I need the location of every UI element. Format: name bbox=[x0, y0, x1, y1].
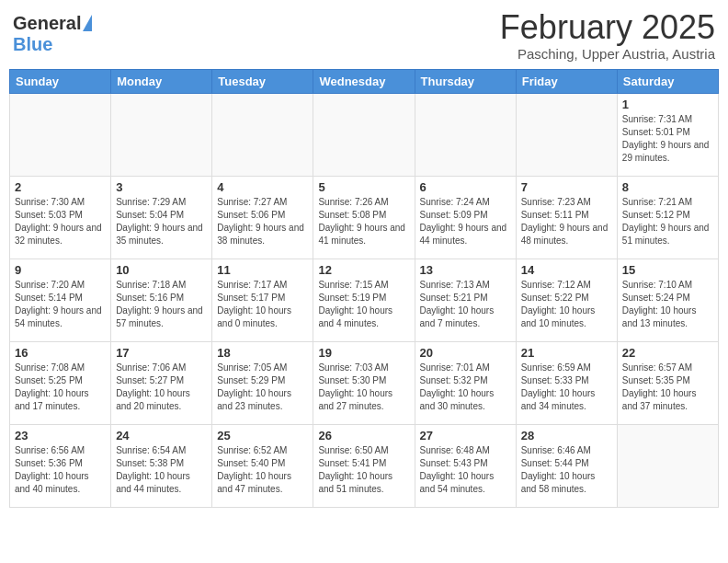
day-info: Sunrise: 6:56 AM Sunset: 5:36 PM Dayligh… bbox=[15, 444, 106, 496]
day-number: 10 bbox=[116, 263, 207, 277]
day-number: 26 bbox=[318, 429, 409, 442]
day-info: Sunrise: 7:21 AM Sunset: 5:12 PM Dayligh… bbox=[622, 196, 713, 247]
calendar-day-cell: 8Sunrise: 7:21 AM Sunset: 5:12 PM Daylig… bbox=[617, 176, 718, 259]
logo: General Blue bbox=[13, 9, 92, 55]
day-info: Sunrise: 7:31 AM Sunset: 5:01 PM Dayligh… bbox=[622, 113, 713, 165]
logo-blue-text: Blue bbox=[13, 34, 52, 55]
calendar-day-cell bbox=[415, 93, 516, 176]
calendar-day-cell: 16Sunrise: 7:08 AM Sunset: 5:25 PM Dayli… bbox=[10, 341, 111, 424]
calendar-day-cell bbox=[212, 93, 313, 176]
day-info: Sunrise: 7:29 AM Sunset: 5:04 PM Dayligh… bbox=[116, 196, 207, 247]
calendar-day-cell: 5Sunrise: 7:26 AM Sunset: 5:08 PM Daylig… bbox=[313, 176, 415, 259]
day-info: Sunrise: 7:17 AM Sunset: 5:17 PM Dayligh… bbox=[217, 279, 308, 330]
calendar-day-cell: 10Sunrise: 7:18 AM Sunset: 5:16 PM Dayli… bbox=[111, 259, 212, 341]
title-block: February 2025 Pasching, Upper Austria, A… bbox=[500, 9, 715, 62]
day-number: 1 bbox=[622, 98, 713, 111]
page-header: General Blue February 2025 Pasching, Upp… bbox=[9, 9, 719, 62]
weekday-header: Thursday bbox=[415, 69, 516, 93]
day-number: 6 bbox=[420, 180, 511, 194]
calendar-day-cell: 15Sunrise: 7:10 AM Sunset: 5:24 PM Dayli… bbox=[617, 259, 718, 341]
day-info: Sunrise: 6:57 AM Sunset: 5:35 PM Dayligh… bbox=[622, 362, 713, 413]
day-info: Sunrise: 6:54 AM Sunset: 5:38 PM Dayligh… bbox=[116, 444, 207, 496]
calendar-day-cell bbox=[10, 93, 111, 176]
day-number: 5 bbox=[318, 180, 409, 194]
day-info: Sunrise: 7:03 AM Sunset: 5:30 PM Dayligh… bbox=[318, 362, 409, 413]
calendar-week-row: 1Sunrise: 7:31 AM Sunset: 5:01 PM Daylig… bbox=[10, 93, 719, 176]
calendar-day-cell: 28Sunrise: 6:46 AM Sunset: 5:44 PM Dayli… bbox=[516, 424, 617, 507]
calendar-day-cell: 2Sunrise: 7:30 AM Sunset: 5:03 PM Daylig… bbox=[10, 176, 111, 259]
calendar-day-cell: 17Sunrise: 7:06 AM Sunset: 5:27 PM Dayli… bbox=[111, 341, 212, 424]
day-info: Sunrise: 7:12 AM Sunset: 5:22 PM Dayligh… bbox=[521, 279, 612, 330]
calendar-table: SundayMondayTuesdayWednesdayThursdayFrid… bbox=[9, 69, 719, 508]
day-number: 7 bbox=[521, 180, 612, 194]
day-number: 20 bbox=[420, 346, 511, 360]
calendar-day-cell bbox=[111, 93, 212, 176]
day-info: Sunrise: 6:52 AM Sunset: 5:40 PM Dayligh… bbox=[217, 444, 308, 496]
day-info: Sunrise: 7:18 AM Sunset: 5:16 PM Dayligh… bbox=[116, 279, 207, 330]
day-info: Sunrise: 7:23 AM Sunset: 5:11 PM Dayligh… bbox=[521, 196, 612, 247]
day-number: 4 bbox=[217, 180, 308, 194]
day-info: Sunrise: 6:46 AM Sunset: 5:44 PM Dayligh… bbox=[521, 444, 612, 496]
day-info: Sunrise: 7:24 AM Sunset: 5:09 PM Dayligh… bbox=[420, 196, 511, 247]
day-number: 23 bbox=[15, 429, 106, 442]
weekday-header: Monday bbox=[111, 69, 212, 93]
calendar-header-row: SundayMondayTuesdayWednesdayThursdayFrid… bbox=[10, 69, 719, 93]
day-info: Sunrise: 7:26 AM Sunset: 5:08 PM Dayligh… bbox=[318, 196, 409, 247]
month-title: February 2025 bbox=[500, 9, 715, 46]
logo-general-text: General bbox=[13, 13, 81, 34]
calendar-week-row: 2Sunrise: 7:30 AM Sunset: 5:03 PM Daylig… bbox=[10, 176, 719, 259]
calendar-day-cell: 6Sunrise: 7:24 AM Sunset: 5:09 PM Daylig… bbox=[415, 176, 516, 259]
day-number: 9 bbox=[15, 263, 106, 277]
calendar-day-cell: 4Sunrise: 7:27 AM Sunset: 5:06 PM Daylig… bbox=[212, 176, 313, 259]
calendar-day-cell: 3Sunrise: 7:29 AM Sunset: 5:04 PM Daylig… bbox=[111, 176, 212, 259]
calendar-day-cell: 14Sunrise: 7:12 AM Sunset: 5:22 PM Dayli… bbox=[516, 259, 617, 341]
calendar-week-row: 23Sunrise: 6:56 AM Sunset: 5:36 PM Dayli… bbox=[10, 424, 719, 507]
day-number: 14 bbox=[521, 263, 612, 277]
calendar-day-cell: 13Sunrise: 7:13 AM Sunset: 5:21 PM Dayli… bbox=[415, 259, 516, 341]
calendar-day-cell: 12Sunrise: 7:15 AM Sunset: 5:19 PM Dayli… bbox=[313, 259, 415, 341]
day-info: Sunrise: 7:15 AM Sunset: 5:19 PM Dayligh… bbox=[318, 279, 409, 330]
calendar-day-cell: 20Sunrise: 7:01 AM Sunset: 5:32 PM Dayli… bbox=[415, 341, 516, 424]
calendar-day-cell: 9Sunrise: 7:20 AM Sunset: 5:14 PM Daylig… bbox=[10, 259, 111, 341]
day-number: 19 bbox=[318, 346, 409, 360]
day-number: 28 bbox=[521, 429, 612, 442]
calendar-day-cell: 7Sunrise: 7:23 AM Sunset: 5:11 PM Daylig… bbox=[516, 176, 617, 259]
day-info: Sunrise: 7:20 AM Sunset: 5:14 PM Dayligh… bbox=[15, 279, 106, 330]
location: Pasching, Upper Austria, Austria bbox=[500, 46, 715, 62]
day-number: 13 bbox=[420, 263, 511, 277]
calendar-day-cell: 27Sunrise: 6:48 AM Sunset: 5:43 PM Dayli… bbox=[415, 424, 516, 507]
weekday-header: Wednesday bbox=[313, 69, 415, 93]
day-number: 27 bbox=[420, 429, 511, 442]
weekday-header: Saturday bbox=[617, 69, 718, 93]
calendar-day-cell: 19Sunrise: 7:03 AM Sunset: 5:30 PM Dayli… bbox=[313, 341, 415, 424]
calendar-day-cell: 21Sunrise: 6:59 AM Sunset: 5:33 PM Dayli… bbox=[516, 341, 617, 424]
day-info: Sunrise: 7:13 AM Sunset: 5:21 PM Dayligh… bbox=[420, 279, 511, 330]
weekday-header: Friday bbox=[516, 69, 617, 93]
calendar-day-cell bbox=[313, 93, 415, 176]
day-info: Sunrise: 6:48 AM Sunset: 5:43 PM Dayligh… bbox=[420, 444, 511, 496]
calendar-week-row: 16Sunrise: 7:08 AM Sunset: 5:25 PM Dayli… bbox=[10, 341, 719, 424]
calendar-day-cell: 26Sunrise: 6:50 AM Sunset: 5:41 PM Dayli… bbox=[313, 424, 415, 507]
day-info: Sunrise: 6:50 AM Sunset: 5:41 PM Dayligh… bbox=[318, 444, 409, 496]
day-number: 18 bbox=[217, 346, 308, 360]
day-number: 16 bbox=[15, 346, 106, 360]
day-number: 17 bbox=[116, 346, 207, 360]
day-number: 2 bbox=[15, 180, 106, 194]
weekday-header: Sunday bbox=[10, 69, 111, 93]
weekday-header: Tuesday bbox=[212, 69, 313, 93]
calendar-day-cell: 1Sunrise: 7:31 AM Sunset: 5:01 PM Daylig… bbox=[617, 93, 718, 176]
day-number: 15 bbox=[622, 263, 713, 277]
calendar-week-row: 9Sunrise: 7:20 AM Sunset: 5:14 PM Daylig… bbox=[10, 259, 719, 341]
day-info: Sunrise: 7:01 AM Sunset: 5:32 PM Dayligh… bbox=[420, 362, 511, 413]
day-number: 25 bbox=[217, 429, 308, 442]
day-number: 24 bbox=[116, 429, 207, 442]
day-info: Sunrise: 7:08 AM Sunset: 5:25 PM Dayligh… bbox=[15, 362, 106, 413]
calendar-day-cell: 11Sunrise: 7:17 AM Sunset: 5:17 PM Dayli… bbox=[212, 259, 313, 341]
day-number: 11 bbox=[217, 263, 308, 277]
calendar-day-cell bbox=[617, 424, 718, 507]
calendar-day-cell bbox=[516, 93, 617, 176]
day-number: 22 bbox=[622, 346, 713, 360]
day-info: Sunrise: 7:06 AM Sunset: 5:27 PM Dayligh… bbox=[116, 362, 207, 413]
day-info: Sunrise: 6:59 AM Sunset: 5:33 PM Dayligh… bbox=[521, 362, 612, 413]
day-info: Sunrise: 7:30 AM Sunset: 5:03 PM Dayligh… bbox=[15, 196, 106, 247]
